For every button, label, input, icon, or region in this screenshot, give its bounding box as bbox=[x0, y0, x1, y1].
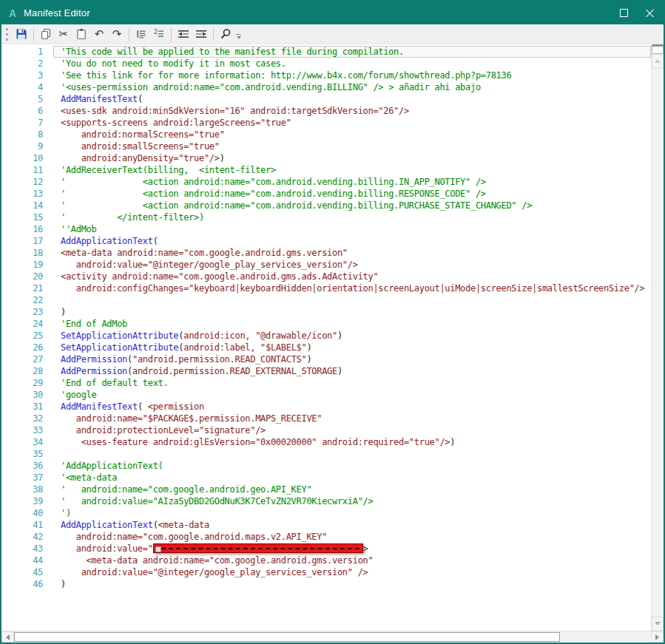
code-line[interactable]: 20<activity android:name="com.google.and… bbox=[1, 271, 651, 282]
line-number: 24 bbox=[1, 318, 47, 330]
code-line[interactable]: 39' android:value="AIzaSyDBD2GOdNuK3K7Ce… bbox=[1, 495, 651, 507]
line-number: 32 bbox=[1, 413, 47, 424]
redo-button[interactable]: ↷ bbox=[108, 26, 126, 43]
horizontal-scrollbar[interactable] bbox=[1, 631, 664, 643]
code-text: 'See this link for for more information:… bbox=[53, 70, 651, 81]
code-line[interactable]: 18<meta-data android:name="com.google.an… bbox=[1, 247, 651, 259]
manifest-editor-window: A Manifest Editor ✂ bbox=[0, 0, 665, 644]
code-line[interactable]: 28AddPermission(android.permission.READ_… bbox=[1, 365, 651, 377]
code-line[interactable]: 7<supports-screens android:largeScreens=… bbox=[1, 117, 651, 129]
code-text: 'AddReceiverText(billing, <intent-filter… bbox=[53, 164, 651, 176]
code-line[interactable]: 32 android:name="$PACKAGE$.permission.MA… bbox=[1, 413, 651, 424]
code-line[interactable]: 23) bbox=[1, 306, 651, 318]
code-line[interactable]: 14' <action android:name="com.android.ve… bbox=[1, 200, 651, 211]
code-line[interactable]: 41AddApplicationText(<meta-data bbox=[1, 519, 651, 531]
code-text: 'You do not need to modify it in most ca… bbox=[53, 58, 651, 70]
code-line[interactable]: 5AddManifestText( bbox=[1, 93, 651, 105]
vertical-scroll-track[interactable] bbox=[652, 68, 664, 617]
toolbar-options-button[interactable] bbox=[236, 34, 241, 39]
code-line[interactable]: 21 android:configChanges="keyboard|keybo… bbox=[1, 282, 651, 294]
code-line[interactable]: 15' </intent-filter>) bbox=[1, 211, 651, 223]
triangle-down-icon bbox=[655, 622, 661, 626]
code-text: android:smallScreens="true" bbox=[53, 140, 651, 152]
find-button[interactable] bbox=[217, 26, 234, 43]
scroll-down-button[interactable] bbox=[652, 617, 664, 631]
line-number: 22 bbox=[1, 294, 47, 306]
scroll-left-button[interactable] bbox=[1, 631, 14, 643]
close-button[interactable] bbox=[637, 1, 664, 24]
line-number: 31 bbox=[1, 401, 47, 413]
code-line[interactable]: 40') bbox=[1, 507, 651, 519]
cut-button[interactable]: ✂ bbox=[55, 26, 72, 43]
line-number: 46 bbox=[1, 578, 47, 590]
code-line[interactable]: 26SetApplicationAttribute(android:label,… bbox=[1, 342, 651, 353]
code-line[interactable]: 42 android:name="com.google.android.maps… bbox=[1, 531, 651, 543]
scroll-up-button[interactable] bbox=[652, 54, 664, 68]
code-text: AddApplicationText(<meta-data bbox=[53, 519, 651, 531]
code-line[interactable]: 27AddPermission("android.permission.READ… bbox=[1, 353, 651, 365]
code-line[interactable]: 12' <action android:name="com.android.ve… bbox=[1, 176, 651, 188]
toolbar-grip[interactable] bbox=[6, 28, 9, 41]
code-text: android:normalScreens="true" bbox=[53, 129, 651, 140]
code-line[interactable]: 24'End of AdMob bbox=[1, 318, 651, 330]
line-number: 36 bbox=[1, 460, 47, 472]
paste-button[interactable] bbox=[72, 26, 90, 43]
line-number: 12 bbox=[1, 176, 47, 188]
code-text: android:value="> bbox=[53, 543, 651, 555]
code-line[interactable]: 3'See this link for for more information… bbox=[1, 70, 651, 81]
code-line[interactable]: 19 android:value="@integer/google_play_s… bbox=[1, 259, 651, 271]
code-line[interactable]: 9 android:smallScreens="true" bbox=[1, 140, 651, 152]
code-line[interactable]: 45 android:value="@integer/google_play_s… bbox=[1, 566, 651, 578]
code-line[interactable]: 46) bbox=[1, 578, 651, 590]
code-line[interactable]: 16''AdMob bbox=[1, 223, 651, 235]
vertical-scrollbar[interactable] bbox=[651, 44, 664, 631]
line-number: 16 bbox=[1, 223, 47, 235]
code-line[interactable]: 44 <meta-data android:name="com.google.a… bbox=[1, 555, 651, 566]
code-editor[interactable]: 1'This code will be applied to the manif… bbox=[1, 44, 651, 631]
copy-button[interactable] bbox=[37, 26, 55, 43]
indent-lines-icon bbox=[135, 28, 147, 40]
code-line[interactable]: 4'<uses-permission android:name="com.and… bbox=[1, 81, 651, 93]
shift-right-button[interactable] bbox=[192, 26, 210, 43]
line-number: 6 bbox=[1, 105, 47, 117]
save-button[interactable] bbox=[13, 26, 30, 43]
line-number: 19 bbox=[1, 259, 47, 271]
format-indent-button[interactable] bbox=[132, 26, 150, 43]
code-line[interactable]: 11'AddReceiverText(billing, <intent-filt… bbox=[1, 164, 651, 176]
code-line[interactable]: 25SetApplicationAttribute(android:icon, … bbox=[1, 330, 651, 342]
code-line[interactable]: 38' android:name="com.google.android.geo… bbox=[1, 484, 651, 495]
code-text: ' <action android:name="com.android.vend… bbox=[53, 176, 651, 188]
code-line[interactable]: 10 android:anyDensity="true"/>) bbox=[1, 152, 651, 164]
code-line[interactable]: 30'google bbox=[1, 389, 651, 401]
code-line[interactable]: 36'AddApplicationText( bbox=[1, 460, 651, 472]
code-line[interactable]: 22 bbox=[1, 294, 651, 306]
scroll-right-button[interactable] bbox=[651, 631, 664, 643]
line-number: 13 bbox=[1, 188, 47, 200]
code-line[interactable]: 37'<meta-data bbox=[1, 472, 651, 484]
code-line[interactable]: 35 bbox=[1, 448, 651, 460]
horizontal-scroll-thumb[interactable] bbox=[14, 632, 560, 642]
undo-button[interactable]: ↶ bbox=[90, 26, 108, 43]
renumber-button[interactable]: 2 bbox=[150, 26, 168, 43]
code-line[interactable]: 2'You do not need to modify it in most c… bbox=[1, 58, 651, 70]
code-line[interactable]: 8 android:normalScreens="true" bbox=[1, 129, 651, 140]
code-text: AddApplicationText( bbox=[53, 235, 651, 247]
maximize-button[interactable] bbox=[610, 1, 637, 24]
code-line[interactable]: 33 android:protectionLevel="signature"/> bbox=[1, 424, 651, 436]
code-line[interactable]: 43 android:value="> bbox=[1, 543, 651, 555]
line-number: 37 bbox=[1, 472, 47, 484]
line-number: 25 bbox=[1, 330, 47, 342]
code-line[interactable]: 13' <action android:name="com.android.ve… bbox=[1, 188, 651, 200]
window-title: Manifest Editor bbox=[24, 7, 90, 18]
code-line[interactable]: 17AddApplicationText( bbox=[1, 235, 651, 247]
line-number: 3 bbox=[1, 70, 47, 81]
code-line[interactable]: 31AddManifestText( <permission bbox=[1, 401, 651, 413]
code-line[interactable]: 6<uses-sdk android:minSdkVersion="16" an… bbox=[1, 105, 651, 117]
shift-left-button[interactable] bbox=[175, 26, 192, 43]
code-line[interactable]: 34 <uses-feature android:glEsVersion="0x… bbox=[1, 436, 651, 448]
code-text: 'google bbox=[53, 389, 651, 401]
horizontal-scroll-track[interactable] bbox=[560, 631, 651, 643]
scrollbar-splitter-handle[interactable] bbox=[652, 44, 664, 54]
code-line[interactable]: 1'This code will be applied to the manif… bbox=[1, 46, 651, 58]
code-line[interactable]: 29'End of default text. bbox=[1, 377, 651, 389]
